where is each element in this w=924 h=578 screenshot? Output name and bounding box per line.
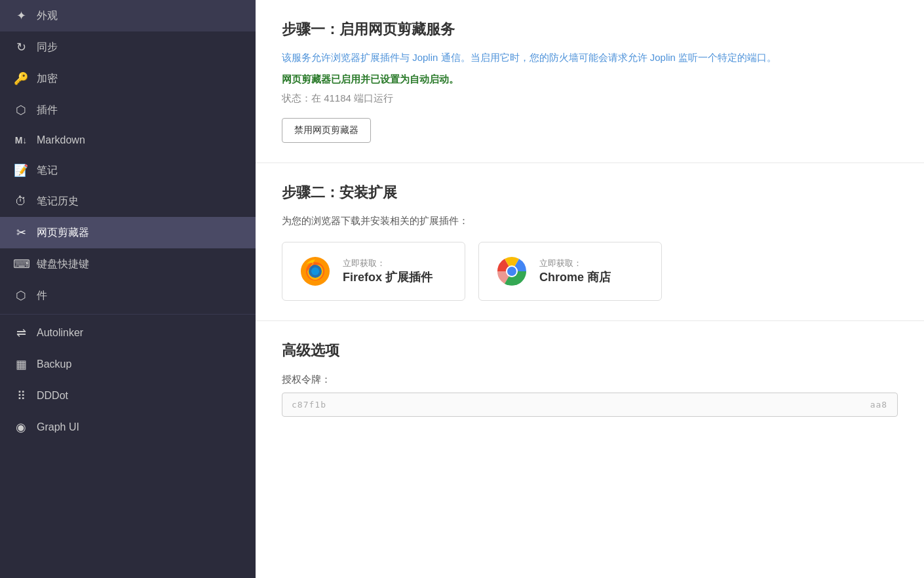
token-label: 授权令牌： bbox=[282, 374, 898, 386]
firefox-icon bbox=[298, 254, 332, 288]
firefox-card-text: 立即获取： Firefox 扩展插件 bbox=[343, 258, 433, 285]
step1-status-enabled: 网页剪藏器已启用并已设置为自动启动。 bbox=[282, 73, 898, 86]
sidebar-item-label: Markdown bbox=[37, 134, 85, 146]
firefox-extension-card[interactable]: 立即获取： Firefox 扩展插件 bbox=[282, 242, 465, 301]
backup-icon: ▦ bbox=[13, 357, 29, 372]
sidebar-item-encryption[interactable]: 🔑 加密 bbox=[0, 63, 256, 94]
step1-status-port: 状态：在 41184 端口运行 bbox=[282, 92, 898, 105]
sidebar-item-keyboard[interactable]: ⌨ 键盘快捷键 bbox=[0, 248, 256, 280]
disable-webclipper-button[interactable]: 禁用网页剪藏器 bbox=[282, 118, 371, 143]
sidebar-item-sync[interactable]: ↻ 同步 bbox=[0, 31, 256, 63]
advanced-title: 高级选项 bbox=[282, 341, 898, 360]
notes-icon: 📝 bbox=[13, 163, 29, 178]
sidebar-item-label: 笔记历史 bbox=[37, 195, 79, 208]
sidebar-item-dddot[interactable]: ⠿ DDDot bbox=[0, 380, 256, 412]
sidebar-item-webclipper[interactable]: ✂ 网页剪藏器 bbox=[0, 217, 256, 248]
step1-description: 该服务允许浏览器扩展插件与 Joplin 通信。当启用它时，您的防火墙可能会请求… bbox=[282, 50, 898, 66]
svg-point-3 bbox=[311, 267, 319, 275]
keyboard-icon: ⌨ bbox=[13, 257, 29, 271]
sidebar-item-label: Backup bbox=[37, 358, 71, 370]
sidebar-item-plugins2[interactable]: ⬡ 件 bbox=[0, 280, 256, 311]
key-icon: 🔑 bbox=[13, 71, 29, 86]
step1-section: 步骤一：启用网页剪藏服务 该服务允许浏览器扩展插件与 Joplin 通信。当启用… bbox=[256, 0, 924, 163]
step1-title: 步骤一：启用网页剪藏服务 bbox=[282, 20, 898, 39]
autolinker-icon: ⇌ bbox=[13, 326, 29, 340]
chrome-get-it: 立即获取： bbox=[539, 258, 611, 269]
sidebar-item-label: Autolinker bbox=[37, 327, 83, 339]
sidebar-item-label: 同步 bbox=[37, 41, 58, 54]
sidebar-item-notes[interactable]: 📝 笔记 bbox=[0, 155, 256, 186]
sidebar-item-label: 键盘快捷键 bbox=[37, 258, 89, 271]
sidebar-divider bbox=[0, 314, 256, 315]
chrome-card-text: 立即获取： Chrome 商店 bbox=[539, 258, 611, 285]
sidebar-item-graphui[interactable]: ◉ Graph UI bbox=[0, 412, 256, 443]
history-icon: ⏱ bbox=[13, 195, 29, 208]
appearance-icon: ✦ bbox=[13, 9, 29, 23]
chrome-icon bbox=[495, 254, 529, 288]
firefox-ext-name: Firefox 扩展插件 bbox=[343, 269, 433, 285]
sidebar-item-label: 外观 bbox=[37, 9, 58, 23]
sidebar-item-appearance[interactable]: ✦ 外观 bbox=[0, 0, 256, 31]
sidebar-item-label: 件 bbox=[37, 289, 47, 303]
plugin2-icon: ⬡ bbox=[13, 288, 29, 303]
sidebar-item-autolinker[interactable]: ⇌ Autolinker bbox=[0, 317, 256, 349]
main-content: 步骤一：启用网页剪藏服务 该服务允许浏览器扩展插件与 Joplin 通信。当启用… bbox=[256, 0, 924, 578]
sidebar-item-label: DDDot bbox=[37, 390, 68, 402]
sidebar: ✦ 外观 ↻ 同步 🔑 加密 ⬡ 插件 M↓ Markdown 📝 笔记 ⏱ 笔… bbox=[0, 0, 256, 578]
step2-section: 步骤二：安装扩展 为您的浏览器下载并安装相关的扩展插件： 立即获取： Firef… bbox=[256, 163, 924, 321]
token-input[interactable] bbox=[282, 393, 898, 417]
plugins-icon: ⬡ bbox=[13, 103, 29, 117]
sidebar-item-backup[interactable]: ▦ Backup bbox=[0, 349, 256, 380]
graphui-icon: ◉ bbox=[13, 420, 29, 434]
sync-icon: ↻ bbox=[13, 40, 29, 54]
firefox-get-it: 立即获取： bbox=[343, 258, 433, 269]
chrome-ext-name: Chrome 商店 bbox=[539, 269, 611, 285]
chrome-extension-card[interactable]: 立即获取： Chrome 商店 bbox=[478, 242, 662, 301]
sidebar-item-label: 网页剪藏器 bbox=[37, 226, 89, 240]
svg-point-6 bbox=[507, 267, 516, 276]
extension-cards: 立即获取： Firefox 扩展插件 bbox=[282, 242, 898, 301]
sidebar-item-label: Graph UI bbox=[37, 421, 79, 433]
sidebar-item-label: 插件 bbox=[37, 104, 58, 117]
advanced-section: 高级选项 授权令牌： bbox=[256, 321, 924, 436]
dddot-icon: ⠿ bbox=[13, 389, 29, 403]
markdown-icon: M↓ bbox=[13, 135, 29, 145]
sidebar-item-label: 笔记 bbox=[37, 164, 58, 178]
sidebar-item-label: 加密 bbox=[37, 72, 58, 86]
sidebar-item-note-history[interactable]: ⏱ 笔记历史 bbox=[0, 186, 256, 217]
sidebar-item-plugins[interactable]: ⬡ 插件 bbox=[0, 94, 256, 126]
step2-description: 为您的浏览器下载并安装相关的扩展插件： bbox=[282, 213, 898, 229]
webclipper-icon: ✂ bbox=[13, 225, 29, 240]
step2-title: 步骤二：安装扩展 bbox=[282, 183, 898, 202]
sidebar-item-markdown[interactable]: M↓ Markdown bbox=[0, 126, 256, 155]
